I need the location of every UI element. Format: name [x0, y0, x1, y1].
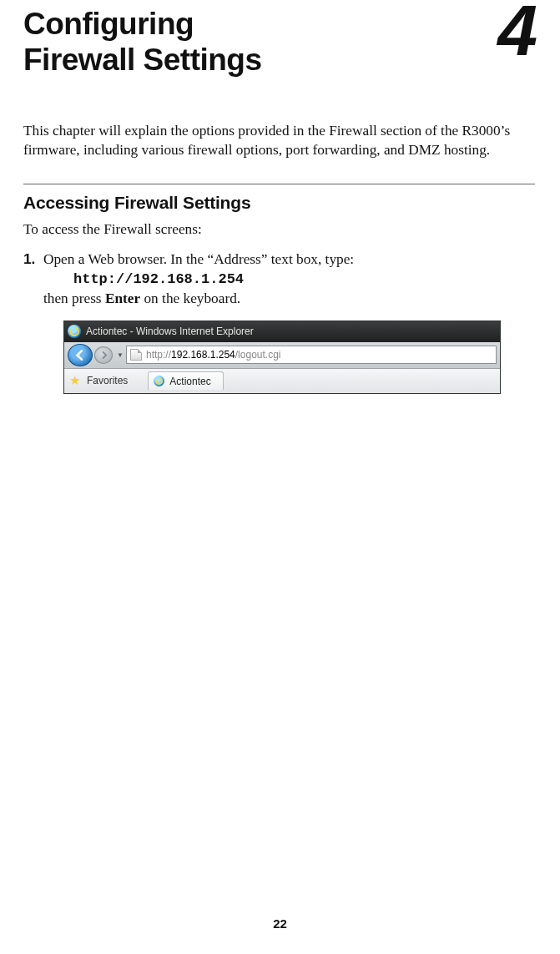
window-title: Actiontec - Windows Internet Explorer [86, 326, 254, 337]
back-button[interactable] [68, 344, 93, 366]
star-icon[interactable]: ★ [69, 373, 80, 388]
page-number: 22 [0, 916, 560, 931]
browser-screenshot: Actiontec - Windows Internet Explorer ▼ … [63, 321, 501, 394]
intro-paragraph: This chapter will explain the options pr… [23, 121, 535, 160]
address-bar[interactable]: http://192.168.1.254/logout.cgi [126, 346, 497, 364]
favorites-bar: ★ Favorites Actiontec [64, 369, 500, 393]
address-text: http://192.168.1.254/logout.cgi [146, 349, 280, 361]
section-lead: To access the Firewall screens: [23, 221, 535, 238]
browser-tab[interactable]: Actiontec [148, 371, 223, 390]
tab-label: Actiontec [169, 376, 210, 387]
step-number: 1. [23, 250, 43, 309]
favorites-label[interactable]: Favorites [87, 375, 128, 386]
step-text-b2: on the keyboard. [140, 290, 240, 306]
chapter-title: Configuring Firewall Settings [23, 7, 262, 78]
step-code: http://192.168.1.254 [73, 270, 535, 289]
browser-titlebar: Actiontec - Windows Internet Explorer [64, 321, 500, 342]
step-text-a: Open a Web browser. In the “Address” tex… [43, 251, 354, 267]
chapter-number: 4 [497, 2, 535, 59]
step-1: 1. Open a Web browser. In the “Address” … [23, 250, 535, 309]
section-divider [23, 184, 535, 184]
tab-ie-icon [154, 376, 164, 386]
history-dropdown-icon[interactable]: ▼ [116, 351, 124, 359]
title-line-1: Configuring [23, 7, 194, 41]
step-body: Open a Web browser. In the “Address” tex… [43, 250, 535, 309]
title-line-2: Firewall Settings [23, 43, 262, 77]
page-icon [130, 349, 142, 361]
ie-icon [68, 325, 81, 338]
forward-button[interactable] [94, 346, 113, 364]
section-heading: Accessing Firewall Settings [23, 193, 535, 213]
browser-navbar: ▼ http://192.168.1.254/logout.cgi [64, 342, 500, 369]
step-text-b1: then press [43, 290, 105, 306]
step-text-bold: Enter [105, 290, 140, 306]
